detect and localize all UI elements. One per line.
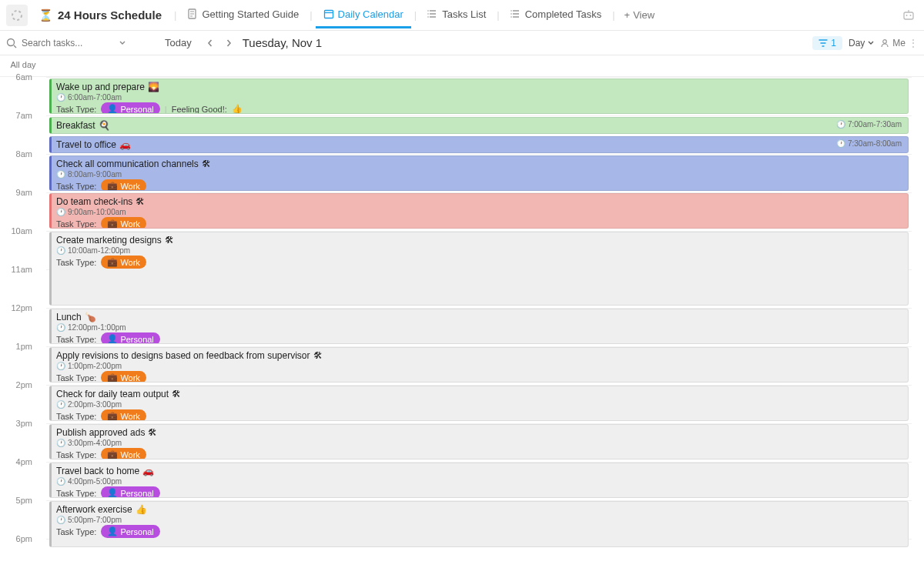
tab-label: Getting Started Guide [202,8,299,20]
event-publish-ads[interactable]: Publish approved ads🛠 🕐3:00pm-4:00pm Tas… [49,424,909,459]
page-title: ⏳ 24 Hours Schedule [38,8,162,22]
event-title: Publish approved ads [56,427,145,438]
event-marketing-designs[interactable]: Create marketing designs🛠 🕐10:00am-12:00… [49,232,909,306]
event-time: 7:00am-7:30am [848,120,902,129]
next-day-button[interactable] [221,35,236,51]
calendar: All day 6am 7am 8am 9am 10am 11am 12pm 1… [0,55,924,568]
clock-icon: 🕐 [836,120,845,129]
svg-point-3 [427,10,429,12]
tab-label: Tasks List [442,8,486,20]
loader-icon [11,9,23,22]
tab-tasks-list[interactable]: Tasks List [420,2,494,28]
view-mode-dropdown[interactable]: Day [849,38,874,48]
event-time: 7:30am-8:00am [848,139,902,148]
chevron-down-icon [119,39,126,47]
event-check-team-output[interactable]: Check for daily team output🛠 🕐2:00pm-3:0… [49,386,909,421]
svg-point-12 [8,38,15,45]
document-icon [187,8,198,19]
clock-icon: 🕐 [836,139,845,148]
view-mode-label: Day [849,38,865,48]
tab-completed-tasks[interactable]: Completed Tasks [503,2,609,28]
event-check-communication[interactable]: Check all communication channels🛠 🕐8:00a… [49,155,909,191]
event-time: 4:00pm-5:00pm [68,477,122,486]
event-time: 6:00am-7:00am [68,93,122,102]
task-type-label: Task Type: [56,450,96,459]
tab-getting-started[interactable]: Getting Started Guide [179,2,306,28]
filter-button[interactable]: 1 [812,36,842,50]
briefcase-icon: 💼 [107,411,118,421]
prev-day-button[interactable] [203,35,218,51]
events-column[interactable]: Wake up and prepare🌄 🕐6:00am-7:00am Task… [46,77,912,568]
event-wake-up[interactable]: Wake up and prepare🌄 🕐6:00am-7:00am Task… [49,79,909,114]
hour-label: 5pm [16,496,32,505]
calendar-body: 6am 7am 8am 9am 10am 11am 12pm 1pm 2pm 3… [0,77,924,568]
clock-icon: 🕐 [56,93,65,102]
task-type-label: Task Type: [56,527,96,536]
tab-label: Completed Tasks [525,8,601,20]
search-input[interactable] [22,38,114,48]
event-travel-office[interactable]: Travel to office🚗 🕐7:30am-8:00am [49,136,909,153]
tools-icon: 🛠 [148,427,157,438]
tab-separator: | [497,9,499,21]
event-afterwork-exercise[interactable]: Afterwork exercise👍 🕐5:00pm-7:00pm Task … [49,501,909,547]
car-icon: 🚗 [142,466,154,476]
filter-icon [819,38,828,48]
event-title: Afterwork exercise [56,504,132,515]
event-title: Apply revisions to designs based on feed… [56,350,310,361]
task-type-label: Task Type: [56,335,96,344]
tools-icon: 🛠 [165,235,174,246]
event-time: 5:00pm-7:00pm [68,516,122,524]
today-button[interactable]: Today [160,34,196,52]
app-menu-button[interactable] [6,5,28,26]
briefcase-icon: 💼 [107,181,118,191]
me-button[interactable]: Me ⋮ [880,38,918,48]
event-time: 9:00am-10:00am [68,208,126,216]
briefcase-icon: 💼 [107,219,118,229]
toolbar: Today Tuesday, Nov 1 1 Day Me ⋮ [0,31,924,55]
tab-separator: | [174,9,176,21]
svg-point-4 [427,13,429,15]
person-icon: 👤 [107,488,118,498]
sunrise-icon: 🌄 [148,82,159,92]
event-title: Wake up and prepare [56,82,145,92]
breakfast-icon: 🍳 [99,120,110,131]
header-left: ⏳ 24 Hours Schedule | Getting Started Gu… [6,2,661,28]
caret-down-icon [868,40,874,46]
clock-icon: 🕐 [56,246,65,255]
pill-personal: 👤Personal [101,102,159,114]
svg-point-13 [883,39,887,43]
event-lunch[interactable]: Lunch🍗 🕐12:00pm-1:00pm Task Type:👤Person… [49,309,909,344]
tab-daily-calendar[interactable]: Daily Calendar [316,2,411,28]
meta-separator: | [165,105,167,114]
person-icon: 👤 [107,334,118,344]
header: ⏳ 24 Hours Schedule | Getting Started Gu… [0,0,924,31]
food-icon: 🍗 [85,312,96,322]
event-title: Lunch [56,312,82,322]
robot-icon [902,8,916,22]
feeling-good-label: Feeling Good!: [172,105,227,114]
person-icon: 👤 [107,104,118,114]
task-type-label: Task Type: [56,219,96,229]
svg-point-10 [906,15,908,16]
event-apply-revisions[interactable]: Apply revisions to designs based on feed… [49,347,909,383]
task-type-label: Task Type: [56,258,96,267]
more-dots: ⋮ [909,38,918,48]
event-breakfast[interactable]: Breakfast🍳 🕐7:00am-7:30am [49,117,909,134]
svg-point-6 [511,10,512,12]
tools-icon: 🛠 [172,389,181,399]
hour-label: 4pm [16,457,32,466]
tools-icon: 🛠 [136,196,145,207]
event-travel-home[interactable]: Travel back to home🚗 🕐4:00pm-5:00pm Task… [49,463,909,498]
event-title: Create marketing designs [56,235,162,246]
event-title: Breakfast [56,120,95,131]
clock-icon: 🕐 [56,516,65,524]
robot-button[interactable] [899,6,918,25]
list-icon [511,8,521,19]
event-team-checkins[interactable]: Do team check-ins🛠 🕐9:00am-10:00am Task … [49,193,909,229]
hour-label: 9am [16,188,32,197]
search-dropdown[interactable] [119,39,126,47]
thumbs-up-icon: 👍 [232,104,243,114]
time-gutter: 6am 7am 8am 9am 10am 11am 12pm 1pm 2pm 3… [0,77,46,568]
tab-separator: | [612,9,614,21]
add-view-button[interactable]: + View [618,5,661,25]
